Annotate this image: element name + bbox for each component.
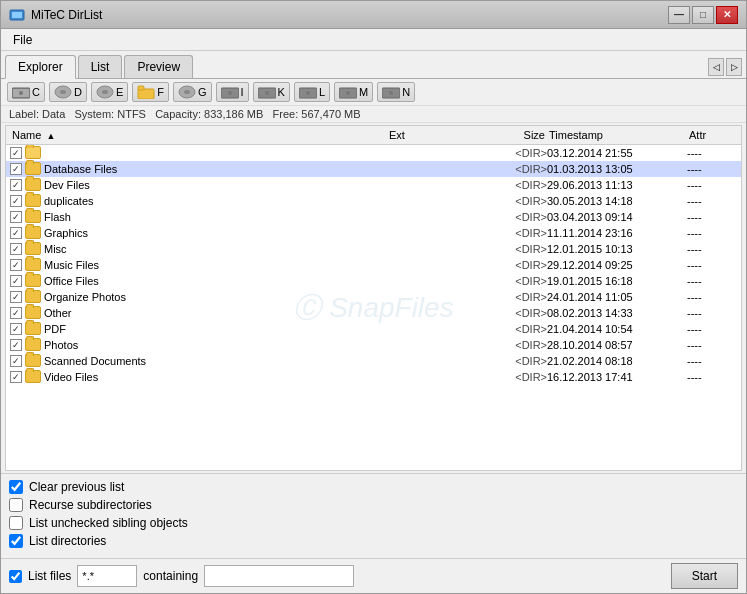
table-row[interactable]: ✓ Dev Files <DIR> 29.06.2013 11:13 ---- (6, 177, 741, 193)
folder-icon (25, 162, 41, 175)
check-icon[interactable]: ✓ (10, 291, 22, 303)
col-attr[interactable]: Attr (687, 128, 737, 142)
file-row-name: ✓ Scanned Documents (10, 354, 387, 367)
tab-preview[interactable]: Preview (124, 55, 193, 78)
table-row[interactable]: ✓ <DIR> 03.12.2014 21:55 ---- (6, 145, 741, 161)
info-capacity: Capacity: 833,186 MB (155, 108, 263, 120)
minimize-button[interactable]: — (668, 6, 690, 24)
table-row[interactable]: ✓ PDF <DIR> 21.04.2014 10:54 ---- (6, 321, 741, 337)
folder-icon (25, 306, 41, 319)
drive-n-label: N (402, 86, 410, 98)
drive-i-label: I (241, 86, 244, 98)
check-icon[interactable]: ✓ (10, 179, 22, 191)
tabs: Explorer List Preview (5, 55, 193, 78)
check-icon[interactable]: ✓ (10, 211, 22, 223)
folder-icon (25, 194, 41, 207)
menu-item-file[interactable]: File (5, 31, 40, 49)
list-directories-label[interactable]: List directories (29, 534, 106, 548)
folder-icon (25, 322, 41, 335)
svg-point-12 (184, 90, 190, 94)
info-label: Label: Data (9, 108, 65, 120)
table-row[interactable]: ✓ Office Files <DIR> 19.01.2015 16:18 --… (6, 273, 741, 289)
table-row[interactable]: ✓ Other <DIR> 08.02.2013 14:33 ---- (6, 305, 741, 321)
table-row[interactable]: ✓ Flash <DIR> 03.04.2013 09:14 ---- (6, 209, 741, 225)
drive-c-icon (12, 85, 30, 99)
check-icon[interactable]: ✓ (10, 275, 22, 287)
clear-previous-label[interactable]: Clear previous list (29, 480, 124, 494)
folder-icon (25, 258, 41, 271)
drive-n[interactable]: N (377, 82, 415, 102)
drive-e[interactable]: E (91, 82, 128, 102)
drive-k[interactable]: K (253, 82, 290, 102)
option-list-directories: List directories (9, 534, 738, 548)
table-row[interactable]: ✓ Photos <DIR> 28.10.2014 08:57 ---- (6, 337, 741, 353)
options-panel: Clear previous list Recurse subdirectori… (1, 473, 746, 558)
table-row[interactable]: ✓ Scanned Documents <DIR> 21.02.2014 08:… (6, 353, 741, 369)
containing-input[interactable] (204, 565, 354, 587)
table-row[interactable]: ✓ Misc <DIR> 12.01.2015 10:13 ---- (6, 241, 741, 257)
containing-label: containing (143, 569, 198, 583)
check-icon[interactable]: ✓ (10, 243, 22, 255)
option-clear-previous: Clear previous list (9, 480, 738, 494)
check-icon[interactable]: ✓ (10, 163, 22, 175)
check-icon[interactable]: ✓ (10, 355, 22, 367)
file-row-name: ✓ Video Files (10, 370, 387, 383)
files-pattern-input[interactable] (77, 565, 137, 587)
start-button[interactable]: Start (671, 563, 738, 589)
check-icon[interactable]: ✓ (10, 195, 22, 207)
drive-f[interactable]: F (132, 82, 169, 102)
file-list-body[interactable]: Ⓒ SnapFiles ✓ <DIR> 03.12.2014 21:55 ---… (6, 145, 741, 470)
file-row-name: ✓ duplicates (10, 194, 387, 207)
list-directories-checkbox[interactable] (9, 534, 23, 548)
svg-point-8 (102, 90, 108, 94)
table-row[interactable]: ✓ duplicates <DIR> 30.05.2013 14:18 ---- (6, 193, 741, 209)
list-files-checkbox[interactable] (9, 570, 22, 583)
close-button[interactable]: ✕ (716, 6, 738, 24)
drive-f-icon (137, 85, 155, 99)
table-row[interactable]: ✓ Graphics <DIR> 11.11.2014 23:16 ---- (6, 225, 741, 241)
drive-c[interactable]: C (7, 82, 45, 102)
check-icon[interactable]: ✓ (10, 307, 22, 319)
check-icon[interactable]: ✓ (10, 227, 22, 239)
check-icon[interactable]: ✓ (10, 259, 22, 271)
table-row[interactable]: ✓ Database Files <DIR> 01.03.2013 13:05 … (6, 161, 741, 177)
list-unchecked-label[interactable]: List unchecked sibling objects (29, 516, 188, 530)
app-icon (9, 7, 25, 23)
check-icon[interactable]: ✓ (10, 339, 22, 351)
drive-i[interactable]: I (216, 82, 249, 102)
maximize-button[interactable]: □ (692, 6, 714, 24)
drive-g[interactable]: G (173, 82, 212, 102)
col-name[interactable]: Name ▲ (10, 128, 387, 142)
col-size[interactable]: Size (467, 128, 547, 142)
drive-m[interactable]: M (334, 82, 373, 102)
main-window: MiTeC DirList — □ ✕ File Explorer List P… (0, 0, 747, 594)
bottom-bar: List files containing Start (1, 558, 746, 593)
recurse-subdirectories-checkbox[interactable] (9, 498, 23, 512)
clear-previous-checkbox[interactable] (9, 480, 23, 494)
check-icon[interactable]: ✓ (10, 371, 22, 383)
table-row[interactable]: ✓ Video Files <DIR> 16.12.2013 17:41 ---… (6, 369, 741, 385)
col-timestamp[interactable]: Timestamp (547, 128, 687, 142)
check-icon[interactable]: ✓ (10, 147, 22, 159)
drive-bar: C D E (1, 79, 746, 106)
check-icon[interactable]: ✓ (10, 323, 22, 335)
tab-nav-prev[interactable]: ◁ (708, 58, 724, 76)
folder-icon (25, 370, 41, 383)
list-unchecked-checkbox[interactable] (9, 516, 23, 530)
table-row[interactable]: ✓ Organize Photos <DIR> 24.01.2014 11:05… (6, 289, 741, 305)
tab-explorer[interactable]: Explorer (5, 55, 76, 79)
drive-g-icon (178, 85, 196, 99)
col-ext[interactable]: Ext (387, 128, 467, 142)
recurse-subdirectories-label[interactable]: Recurse subdirectories (29, 498, 152, 512)
folder-icon (25, 354, 41, 367)
tab-list[interactable]: List (78, 55, 123, 78)
info-free: Free: 567,470 MB (273, 108, 361, 120)
tab-nav-next[interactable]: ▷ (726, 58, 742, 76)
drive-d[interactable]: D (49, 82, 87, 102)
table-row[interactable]: ✓ Music Files <DIR> 29.12.2014 09:25 ---… (6, 257, 741, 273)
list-files-label[interactable]: List files (28, 569, 71, 583)
file-row-name: ✓ Photos (10, 338, 387, 351)
drive-l[interactable]: L (294, 82, 330, 102)
svg-point-16 (265, 91, 269, 95)
drive-l-label: L (319, 86, 325, 98)
